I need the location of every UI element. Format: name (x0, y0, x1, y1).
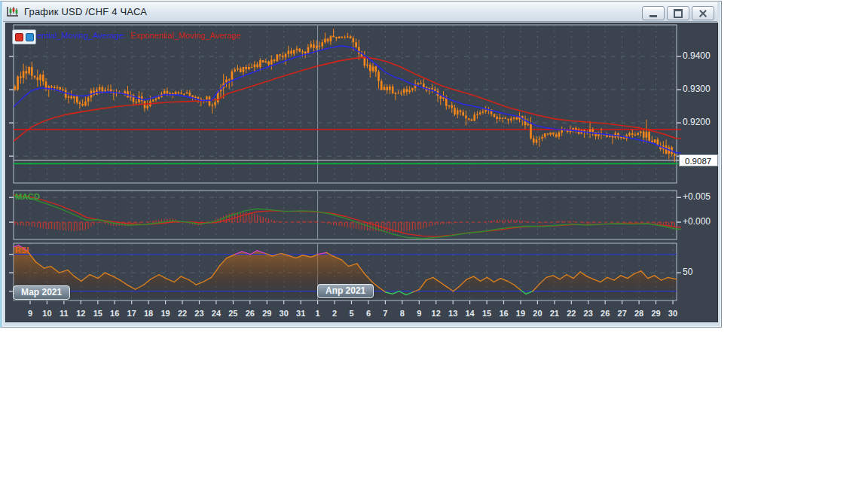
month-button-march[interactable]: Мар 2021 (13, 285, 70, 300)
date-label: 23 (580, 309, 597, 318)
date-label: 30 (665, 309, 681, 318)
date-label: 29 (258, 309, 275, 318)
date-label: 22 (174, 309, 191, 318)
date-label: 16 (106, 309, 123, 318)
date-label: 31 (292, 309, 309, 318)
date-label: 19 (157, 309, 174, 318)
date-label: 26 (597, 309, 613, 318)
date-label: 20 (529, 309, 546, 318)
date-label: 16 (496, 309, 512, 318)
month-button-april[interactable]: Апр 2021 (317, 284, 374, 298)
date-label: 27 (614, 309, 631, 318)
rsi-axis-label: 50 (683, 267, 692, 277)
blue-indicator-button[interactable] (26, 33, 34, 41)
date-label: 7 (377, 309, 393, 318)
chart-canvas[interactable] (0, 0, 722, 328)
date-label: 11 (56, 309, 72, 318)
date-label: 24 (208, 309, 225, 318)
date-label: 29 (648, 309, 665, 318)
date-label: 8 (394, 309, 411, 318)
date-label: 5 (343, 309, 359, 318)
date-label: 28 (631, 309, 647, 318)
date-label: 15 (478, 309, 495, 318)
date-label: 12 (428, 309, 445, 318)
date-label: 23 (191, 309, 207, 318)
date-label: 14 (462, 309, 478, 318)
date-label: 17 (124, 309, 140, 318)
macd-axis-label: +0.000 (683, 216, 711, 227)
date-label: 26 (242, 309, 258, 318)
price-axis-label: 0.9400 (683, 50, 711, 61)
macd-axis-label: +0.005 (683, 191, 711, 202)
macd-panel-label: MACD (15, 192, 40, 201)
indicator-legend: Exponential_Moving_Average: Exponential_… (14, 31, 240, 40)
date-label: 12 (72, 309, 89, 318)
date-label: 13 (445, 309, 461, 318)
date-label: 19 (512, 309, 529, 318)
date-label: 1 (310, 309, 326, 318)
date-label: 21 (546, 309, 563, 318)
date-label: 9 (411, 309, 427, 318)
legend-separator: : (124, 31, 126, 40)
date-label: 10 (38, 309, 55, 318)
date-label: 9 (22, 309, 38, 318)
date-label: 22 (563, 309, 579, 318)
date-label: 6 (360, 309, 377, 318)
date-label: 25 (225, 309, 241, 318)
date-label: 30 (276, 309, 292, 318)
screen: График USD /CHF 4 ЧАСА Exponential_Movin… (0, 0, 868, 488)
red-indicator-button[interactable] (15, 33, 23, 41)
date-label: 15 (90, 309, 106, 318)
indicator-buttons (12, 29, 36, 44)
rsi-panel-label: RSI (15, 246, 29, 255)
current-price-badge: 0.9087 (679, 154, 718, 166)
date-label: 2 (326, 309, 343, 318)
date-label: 18 (140, 309, 157, 318)
price-axis-label: 0.9300 (683, 84, 711, 94)
price-axis-label: 0.9200 (683, 117, 711, 127)
legend-ema-slow: Exponential_Moving_Average (130, 31, 240, 40)
